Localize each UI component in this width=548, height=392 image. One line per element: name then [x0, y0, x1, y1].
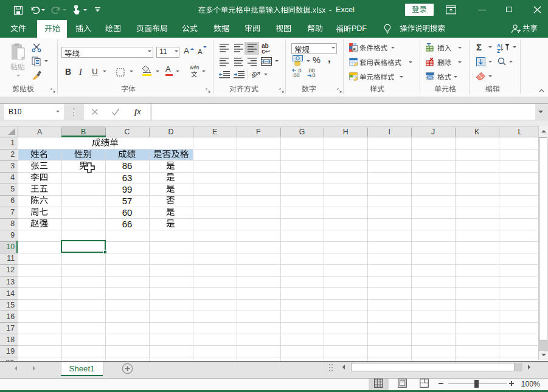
svg-text:.0: .0 — [297, 68, 302, 74]
svg-text:≠: ≠ — [353, 46, 356, 52]
svg-text:.0: .0 — [311, 72, 316, 78]
svg-text:Z: Z — [497, 48, 500, 53]
